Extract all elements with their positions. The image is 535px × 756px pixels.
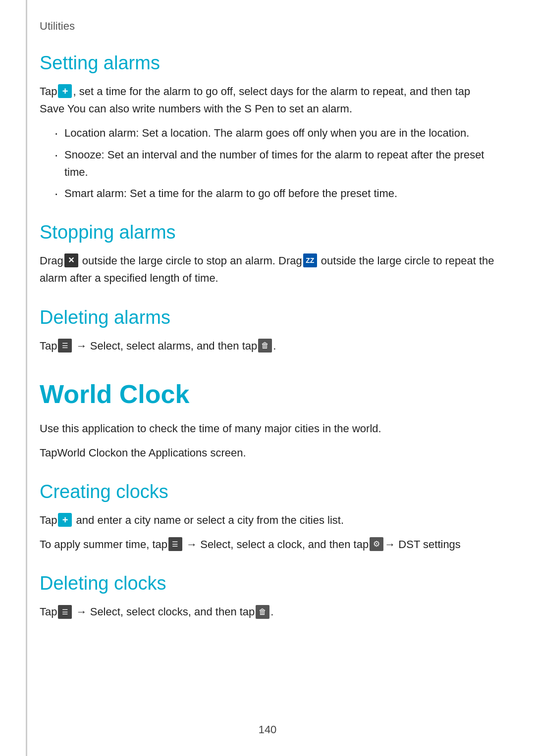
heading-creating-clocks: Creating clocks: [40, 481, 495, 503]
world-clock-section: World Clock Use this application to chec…: [40, 379, 495, 621]
plus-icon: +: [58, 84, 72, 98]
setting-alarms-body: Tap+, set a time for the alarm to go off…: [40, 83, 495, 117]
stopping-alarms-body: Drag✕ outside the large circle to stop a…: [40, 252, 495, 287]
menu-icon-2: ☰: [168, 537, 182, 551]
menu-icon-1: ☰: [58, 339, 72, 353]
plus-icon-2: +: [58, 513, 72, 527]
world-clock-intro-1: Use this application to check the time o…: [40, 420, 495, 437]
creating-clocks-body-2: To apply summer time, tap☰ → Select, sel…: [40, 536, 495, 553]
heading-setting-alarms: Setting alarms: [40, 52, 495, 74]
heading-world-clock: World Clock: [40, 379, 495, 409]
breadcrumb: Utilities: [40, 20, 495, 33]
menu-icon-3: ☰: [58, 605, 72, 619]
bullet-location-alarm: Location alarm: Set a location. The alar…: [54, 124, 495, 142]
setting-alarms-bullets: Location alarm: Set a location. The alar…: [54, 124, 495, 202]
deleting-alarms-body: Tap☰ → Select, select alarms, and then t…: [40, 337, 495, 354]
heading-deleting-clocks: Deleting clocks: [40, 573, 495, 594]
bullet-smart-alarm: Smart alarm: Set a time for the alarm to…: [54, 185, 495, 202]
bullet-snooze: Snooze: Set an interval and the number o…: [54, 146, 495, 181]
gear-icon: ⚙: [370, 537, 383, 551]
heading-stopping-alarms: Stopping alarms: [40, 222, 495, 243]
creating-clocks-body-1: Tap+ and enter a city name or select a c…: [40, 511, 495, 529]
delete-icon-1: 🗑: [258, 339, 272, 353]
page-container: Utilities Setting alarms Tap+, set a tim…: [0, 0, 535, 756]
delete-icon-2: 🗑: [256, 605, 269, 619]
zz-icon: ZZ: [303, 253, 317, 267]
deleting-clocks-body: Tap☰ → Select, select clocks, and then t…: [40, 603, 495, 620]
heading-deleting-alarms: Deleting alarms: [40, 307, 495, 328]
world-clock-intro-2: TapWorld Clockon the Applications screen…: [40, 444, 495, 461]
page-number: 140: [259, 723, 277, 736]
left-border: [26, 0, 27, 756]
x-icon: ✕: [64, 253, 78, 267]
